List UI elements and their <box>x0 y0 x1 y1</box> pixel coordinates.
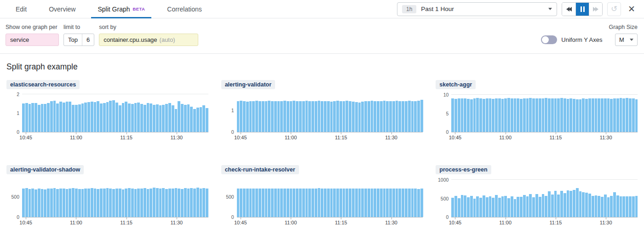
y-axis: 012 <box>6 93 22 132</box>
chart-title-badge[interactable]: check-run-intake-resolver <box>221 165 299 174</box>
bar <box>302 101 305 132</box>
x-tick-mark <box>391 218 392 219</box>
x-tick-mark <box>26 132 26 134</box>
x-tick-mark <box>341 218 341 219</box>
tab-correlations[interactable]: Correlations <box>161 0 208 18</box>
chart-plot-area[interactable] <box>237 178 423 217</box>
bar <box>305 189 308 217</box>
bar <box>168 103 171 132</box>
bar <box>635 99 638 132</box>
bar <box>411 101 414 132</box>
limit-count-input[interactable]: 6 <box>82 34 94 46</box>
bar <box>501 99 504 132</box>
chart-title-badge[interactable]: sketch-aggr <box>436 80 476 89</box>
chart-title-badge[interactable]: alerting-validator-shadow <box>6 165 84 174</box>
x-tick-label: 11:30 <box>171 135 183 140</box>
group-by-value: service <box>10 36 29 43</box>
bar <box>595 98 598 132</box>
bar <box>193 109 196 132</box>
x-tick-label: 11:30 <box>385 220 397 225</box>
bar <box>464 98 466 132</box>
bar <box>321 189 323 217</box>
bar <box>632 196 635 217</box>
bar <box>305 101 308 132</box>
bar <box>287 101 289 132</box>
bar <box>100 103 103 132</box>
bar <box>392 189 395 217</box>
refresh-button[interactable]: ↺ <box>607 2 621 16</box>
bar <box>59 102 62 132</box>
uniform-y-axes-toggle[interactable] <box>541 35 557 44</box>
bar <box>458 198 460 217</box>
bar <box>38 105 40 132</box>
pause-button[interactable] <box>575 3 589 16</box>
forward-button[interactable] <box>589 3 602 16</box>
tab-edit[interactable]: Edit <box>9 0 33 18</box>
x-tick-label: 11:15 <box>550 220 562 225</box>
bar <box>542 194 545 217</box>
bar <box>632 98 635 132</box>
bar <box>458 98 460 132</box>
chart-plot-area[interactable] <box>22 178 208 217</box>
bar <box>137 189 140 217</box>
chart-card: alerting-validator0110:4511:0011:1511:30 <box>221 80 423 143</box>
bar <box>582 192 585 217</box>
tab-split-graph[interactable]: Split Graph BETA <box>91 0 151 18</box>
chart-plot-area[interactable] <box>451 93 638 132</box>
graph-size-field: Graph Size M <box>609 24 638 46</box>
x-tick-mark <box>177 218 177 219</box>
group-by-input[interactable]: service <box>6 34 59 46</box>
bar <box>50 101 53 132</box>
close-button[interactable]: ✕ <box>626 2 638 16</box>
x-axis-labels: 10:4511:0011:1511:30 <box>22 135 208 143</box>
bar <box>156 104 159 132</box>
bar <box>318 188 321 217</box>
bar <box>283 101 286 132</box>
rewind-button[interactable] <box>562 3 575 16</box>
bar-series <box>22 93 208 132</box>
bar <box>25 103 28 132</box>
bar <box>564 193 566 217</box>
chart-plot-area[interactable] <box>237 93 423 132</box>
bar <box>548 98 551 132</box>
bar <box>200 107 202 132</box>
bar <box>333 101 336 132</box>
bar <box>548 191 551 217</box>
chart-title-badge[interactable]: process-es-green <box>436 165 491 174</box>
bar <box>296 189 299 217</box>
bar <box>38 189 40 217</box>
bar <box>137 103 140 132</box>
bar <box>268 101 270 132</box>
chart-plot-area[interactable] <box>451 178 638 217</box>
x-axis-labels: 10:4511:0011:1511:30 <box>237 135 423 143</box>
bar <box>532 98 535 132</box>
chart-plot-area[interactable] <box>22 93 208 132</box>
bar <box>610 99 613 132</box>
bar <box>498 98 501 132</box>
bar <box>125 189 127 217</box>
chart-title-badge[interactable]: alerting-validator <box>221 80 275 89</box>
bar <box>255 189 258 217</box>
bar <box>162 188 165 217</box>
graph-size-select[interactable]: M <box>615 34 638 46</box>
bar <box>604 98 607 132</box>
time-range-picker[interactable]: 1h Past 1 Hour <box>397 2 557 16</box>
bar <box>582 98 585 132</box>
x-tick-label: 11:30 <box>600 135 612 140</box>
bar <box>479 98 482 132</box>
x-axis-labels: 10:4511:0011:1511:30 <box>451 135 638 143</box>
bar <box>330 189 333 217</box>
sort-by-input[interactable]: container.cpu.usage (auto) <box>99 34 198 46</box>
bar <box>592 98 594 132</box>
bar <box>290 189 293 217</box>
x-tick-label: 11:15 <box>120 220 132 225</box>
y-tick-label: 2 <box>17 92 19 97</box>
tab-overview[interactable]: Overview <box>42 0 82 18</box>
bar <box>271 101 274 132</box>
chart-title-badge[interactable]: elasticsearch-resources <box>6 80 80 89</box>
limit-top-selector[interactable]: Top <box>64 34 82 46</box>
bar <box>162 105 165 132</box>
bar <box>187 104 190 132</box>
bar <box>529 194 532 217</box>
bar <box>389 101 392 132</box>
